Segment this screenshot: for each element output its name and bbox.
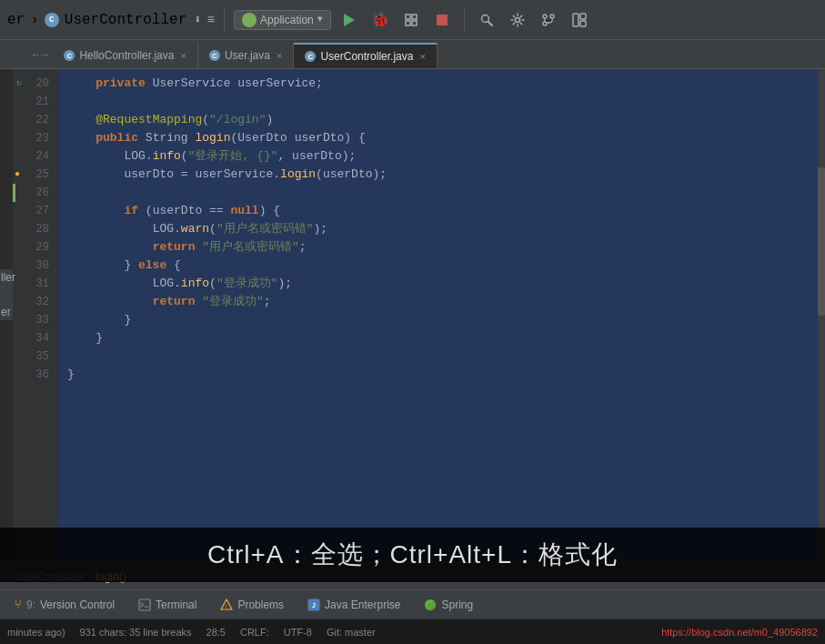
code-line-24: LOG.info("登录开始, {}", userDto); — [67, 147, 809, 166]
tab-usercontroller[interactable]: C UserController.java × — [294, 43, 437, 68]
code-line-20: private UserService userService; — [67, 75, 809, 93]
bottom-logo: https://blog.csdn.net/m0_49056892 — [661, 627, 818, 638]
run-config-label: Application — [260, 14, 314, 26]
line-num-25: 25 — [13, 166, 58, 184]
debug-button[interactable]: 🐞 — [367, 7, 393, 33]
download-icon: ⬇ — [194, 12, 201, 27]
search-button[interactable] — [474, 7, 499, 33]
play-icon — [344, 14, 355, 26]
problems-label: Problems — [237, 599, 284, 611]
status-git: Git: master — [327, 627, 376, 638]
toolbar-class-name: UserController — [65, 12, 186, 28]
editor-area: ller er 20 21 22 23 24 25 26 27 28 29 30… — [0, 69, 825, 562]
user-icon: C — [209, 50, 220, 61]
svg-text:J: J — [312, 602, 316, 609]
code-line-36: } — [67, 366, 809, 384]
spring-label: Spring — [441, 599, 473, 611]
tab-spring[interactable]: 🌿 Spring — [413, 595, 484, 615]
version-control-label: Version Control — [40, 599, 115, 611]
scrollbar[interactable] — [818, 69, 825, 562]
coverage-button[interactable] — [398, 7, 424, 33]
run-button[interactable] — [337, 7, 362, 33]
tab-usercontroller-label: UserController.java — [320, 50, 413, 63]
java-enterprise-label: Java Enterprise — [325, 599, 400, 611]
line-num-23: 23 — [13, 129, 58, 147]
toolbar-breadcrumb-prev: er — [7, 12, 25, 28]
line-num-21: 21 — [13, 93, 58, 111]
run-config-button[interactable]: Application ▼ — [234, 10, 331, 30]
layout-button[interactable] — [567, 7, 592, 33]
svg-text:!: ! — [226, 603, 227, 609]
overlay-text: Ctrl+A：全选；Ctrl+Alt+L：格式化 — [207, 538, 618, 572]
overlay-message: Ctrl+A：全选；Ctrl+Alt+L：格式化 — [0, 528, 825, 582]
tab-scroll-left[interactable]: ← — [33, 49, 39, 62]
tab-java-enterprise[interactable]: J Java Enterprise — [297, 595, 411, 615]
code-line-29: return "用户名或密码错"; — [67, 238, 809, 257]
code-line-35 — [67, 347, 809, 366]
line-num-28: 28 — [13, 220, 58, 238]
toolbar: er › C UserController ⬇ ≡ Application ▼ … — [0, 0, 825, 40]
scrollbar-thumb — [818, 167, 825, 316]
vcs-icon — [541, 13, 556, 27]
run-config-dropdown-arrow: ▼ — [317, 15, 323, 25]
status-position: 28:5 — [206, 627, 226, 638]
svg-rect-11 — [580, 21, 586, 26]
layout-icon — [572, 13, 587, 27]
run-config-icon — [242, 13, 257, 27]
vcs-button[interactable] — [536, 7, 561, 33]
version-control-icon: ⑂ — [15, 598, 22, 611]
gear-icon — [510, 13, 525, 27]
status-encoding: UTF-8 — [284, 627, 312, 638]
svg-rect-12 — [139, 599, 150, 610]
code-line-25: userDto = userService.login(userDto); — [67, 166, 809, 184]
line-num-27: 27 — [13, 202, 58, 220]
spring-icon: 🌿 — [424, 599, 437, 611]
svg-point-7 — [550, 15, 554, 18]
line-num-35: 35 — [13, 347, 58, 366]
svg-rect-0 — [406, 15, 410, 19]
tabs-bar: ← → C HelloController.java × C User.java… — [0, 40, 825, 69]
svg-point-4 — [481, 15, 488, 22]
csdn-logo: https://blog.csdn.net/m0_49056892 — [661, 627, 818, 638]
problems-icon: ! — [220, 599, 233, 611]
tab-terminal[interactable]: Terminal — [127, 595, 207, 615]
partial-left-1: ller — [0, 269, 13, 286]
status-stats: 931 chars: 35 line breaks — [80, 627, 192, 638]
line-num-29: 29 — [13, 238, 58, 257]
svg-rect-2 — [406, 21, 410, 25]
settings-button[interactable] — [505, 7, 530, 33]
tab-hello-controller[interactable]: C HelloController.java × — [53, 43, 198, 68]
usercontroller-icon: C — [305, 51, 316, 62]
code-line-28: LOG.warn("用户名或密码错"); — [67, 220, 809, 238]
bottom-tabs-bar: ⑂ 9: Version Control Terminal ! Problems… — [0, 589, 825, 619]
code-line-27: if (userDto == null) { — [67, 202, 809, 220]
svg-rect-9 — [573, 14, 579, 26]
line-numbers: 20 21 22 23 24 25 26 27 28 29 30 31 32 3… — [13, 69, 58, 562]
line-num-30: 30 — [13, 257, 58, 275]
debug-icon: 🐞 — [371, 11, 389, 29]
code-line-34: } — [67, 329, 809, 347]
line-num-22: 22 — [13, 111, 58, 129]
line-num-26: 26 — [13, 184, 58, 202]
class-icon: C — [45, 13, 59, 27]
tab-usercontroller-close[interactable]: × — [419, 51, 425, 62]
tab-user[interactable]: C User.java × — [198, 43, 294, 68]
svg-rect-1 — [412, 15, 417, 19]
terminal-icon — [138, 599, 151, 611]
terminal-label: Terminal — [156, 599, 196, 611]
tab-user-close[interactable]: × — [277, 50, 282, 61]
status-bar: minutes ago) 931 chars: 35 line breaks 2… — [0, 619, 825, 644]
tab-hello-close[interactable]: × — [180, 50, 186, 61]
line-num-20: 20 — [13, 75, 58, 93]
tab-problems[interactable]: ! Problems — [209, 595, 295, 615]
tab-scroll-right[interactable]: → — [41, 49, 47, 62]
menu-icon: ≡ — [207, 13, 215, 27]
stop-icon — [437, 15, 448, 25]
code-editor[interactable]: private UserService userService; @Reques… — [58, 69, 818, 562]
svg-rect-3 — [412, 21, 417, 25]
code-line-32: return "登录成功"; — [67, 293, 809, 311]
main-layout: er › C UserController ⬇ ≡ Application ▼ … — [0, 0, 825, 644]
stop-button[interactable] — [429, 7, 455, 33]
status-crlf: CRLF: — [240, 627, 269, 638]
tab-version-control[interactable]: ⑂ 9: Version Control — [4, 594, 126, 615]
